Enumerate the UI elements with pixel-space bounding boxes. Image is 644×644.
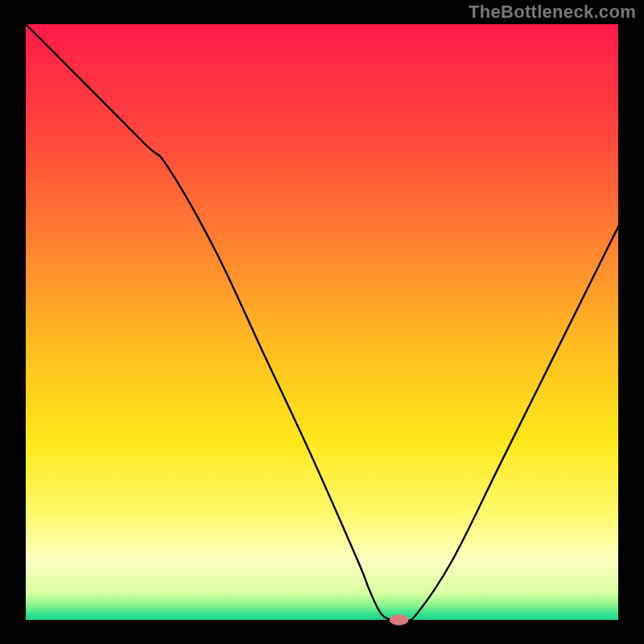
watermark-text: TheBottleneck.com [469,2,636,23]
chart-frame: { "watermark": "TheBottleneck.com", "col… [0,0,644,644]
bottleneck-chart [0,0,644,644]
optimum-marker [390,614,409,625]
